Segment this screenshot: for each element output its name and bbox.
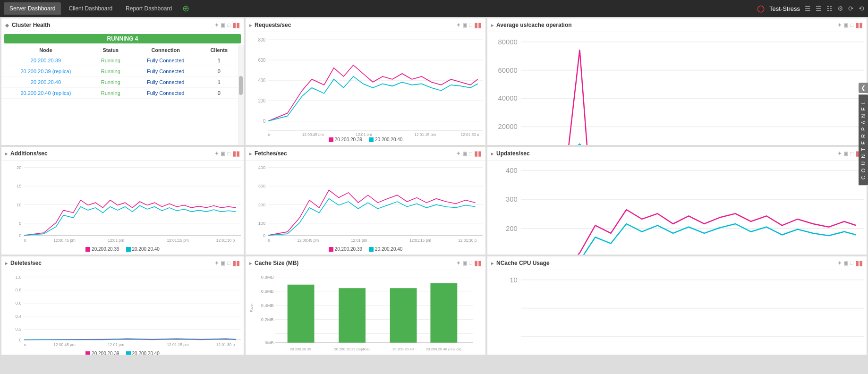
refresh-icon[interactable]: ⟳ [848,5,854,12]
additions-sec-header: ▸ Additions/sec ✦ ▣ □ ▮▮ [1,147,244,161]
cache-size-title: Cache Size (MB) [255,260,298,266]
svg-text:12:01 pm: 12:01 pm [351,238,367,243]
expand-icon-5[interactable]: ▣ [462,151,467,157]
node-connection: Fully Connected [131,55,200,66]
counter-panel-label[interactable]: C O U N T E R P A N E L [859,94,868,185]
pause-icon-8[interactable]: ▮▮ [474,259,482,267]
pause-icon-4[interactable]: ▮▮ [232,150,240,157]
node-clients: 0 [200,88,238,99]
svg-text:1.0: 1.0 [15,274,21,280]
chart-icon: ▸ [249,23,252,28]
svg-text:0: 0 [263,232,265,238]
ncache-cpu-title: NCache CPU Usage [496,260,550,266]
tab-server-dashboard[interactable]: Server Dashboard [4,2,61,15]
pin-icon-9[interactable]: ✦ [837,260,842,266]
app-logo-icon: ◯ [757,5,765,12]
ncache-cpu-header: ▸ NCache CPU Usage ✦ ▣ □ ▮▮ [487,256,867,270]
pin-icon-3[interactable]: ✦ [837,22,842,28]
requests-sec-panel: ▸ Requests/sec ✦ ▣ □ ▮▮ [245,18,486,145]
pause-icon-9[interactable]: ▮▮ [855,259,863,267]
fullscreen-icon-5[interactable]: □ [469,151,472,156]
table-row: 20.200.20.39 Running Fully Connected 1 [1,55,238,66]
fetches-sec-title: Fetches/sec [255,150,287,157]
svg-text:100: 100 [506,254,518,255]
deletes-sec-title: Deletes/sec [10,260,42,266]
pin-icon-2[interactable]: ✦ [456,22,460,28]
cluster-health-panel: ◆ Cluster Health ✦ ▣ □ ▮▮ RUNNING 4 Node… [1,18,244,145]
svg-text:12:01:15 pm: 12:01:15 pm [167,238,188,243]
expand-icon-9[interactable]: ▣ [843,260,848,266]
node-connection: Fully Connected [131,88,200,99]
menu-icon-3[interactable]: ☷ [826,5,833,12]
counter-panel-toggle[interactable]: ❮ [859,83,868,93]
updates-chart-area: 400 300 200 100 0 n 12:00:45 pm 12:01 pm… [487,161,867,255]
svg-text:0.4MB: 0.4MB [261,303,274,308]
svg-text:Size: Size [249,304,254,313]
svg-text:400: 400 [506,167,518,174]
expand-icon[interactable]: ▣ [221,22,225,28]
fetches-sec-header: ▸ Fetches/sec ✦ ▣ □ ▮▮ [246,147,485,161]
deletes-legend: 20.200.20.39 20.200.20.40 [4,350,241,355]
expand-icon-4[interactable]: ▣ [221,151,225,157]
panel-controls-5: ✦ ▣ □ ▮▮ [456,150,482,157]
node-clients: 1 [200,55,238,66]
svg-text:60000: 60000 [498,66,517,74]
pin-icon[interactable]: ✦ [214,22,219,28]
fullscreen-icon-7[interactable]: □ [227,260,230,266]
panel-controls: ✦ ▣ □ ▮▮ [214,21,240,29]
fullscreen-icon-6[interactable]: □ [850,151,853,156]
pause-icon-5[interactable]: ▮▮ [474,150,482,157]
fullscreen-icon-3[interactable]: □ [850,22,853,28]
svg-text:12:01 pm: 12:01 pm [108,238,124,243]
pause-icon-2[interactable]: ▮▮ [474,21,482,29]
fetches-sec-panel: ▸ Fetches/sec ✦ ▣ □ ▮▮ 400 300 200 [245,146,486,255]
node-name: 20.200.20.39 [1,55,90,66]
panel-controls-8: ✦ ▣ □ ▮▮ [456,259,482,267]
fetches-legend: 20.200.20.39 20.200.20.40 [248,246,483,253]
requests-legend: 20.200.20.39 20.200.20.40 [248,136,483,143]
settings-icon[interactable]: ⚙ [837,5,843,12]
node-status: Running [90,66,131,77]
ncache-cpu-chart: 10 0 n 12:00:45 pm 12:01 pm 12:01:15 pm … [490,272,864,355]
svg-text:800: 800 [258,37,266,42]
svg-text:0MB: 0MB [265,340,274,345]
pause-icon-7[interactable]: ▮▮ [232,259,240,267]
expand-icon-8[interactable]: ▣ [462,260,467,266]
pause-icon[interactable]: ▮▮ [232,21,240,29]
expand-icon-6[interactable]: ▣ [843,151,848,157]
expand-icon-2[interactable]: ▣ [462,22,467,28]
menu-icon-1[interactable]: ☰ [805,5,811,12]
ncache-cpu-chart-area: 10 0 n 12:00:45 pm 12:01 pm 12:01:15 pm … [487,270,867,355]
avg-cache-header: ▸ Average us/cache operation ✦ ▣ □ ▮▮ [487,18,867,32]
expand-icon-3[interactable]: ▣ [843,22,848,28]
svg-text:12:01:30 p: 12:01:30 p [216,342,235,347]
node-status: Running [90,88,131,99]
pin-icon-5[interactable]: ✦ [456,151,460,157]
pause-icon-3[interactable]: ▮▮ [855,21,863,29]
refresh-icon-2[interactable]: ⟲ [859,5,864,12]
fullscreen-icon-2[interactable]: □ [469,22,472,28]
tab-report-dashboard[interactable]: Report Dashboard [120,2,178,15]
panel-controls-2: ✦ ▣ □ ▮▮ [456,21,482,29]
pin-icon-7[interactable]: ✦ [214,260,219,266]
svg-text:0.8MB: 0.8MB [261,274,274,280]
chart-icon-6: ▸ [491,151,494,156]
pin-icon-4[interactable]: ✦ [214,151,219,157]
fullscreen-icon[interactable]: □ [227,22,230,28]
scrollbar[interactable] [238,45,244,145]
svg-text:12:01:30 p: 12:01:30 p [216,238,235,243]
fullscreen-icon-4[interactable]: □ [227,151,230,156]
fullscreen-icon-8[interactable]: □ [469,260,472,266]
fullscreen-icon-9[interactable]: □ [850,260,853,266]
pin-icon-6[interactable]: ✦ [837,151,842,157]
expand-icon-7[interactable]: ▣ [221,260,225,266]
topnav: Server Dashboard Client Dashboard Report… [0,0,868,17]
menu-icon-2[interactable]: ☰ [816,5,822,12]
tab-client-dashboard[interactable]: Client Dashboard [63,2,118,15]
node-connection: Fully Connected [131,77,200,88]
pin-icon-8[interactable]: ✦ [456,260,460,266]
col-clients: Clients [200,45,238,55]
add-dashboard-button[interactable]: ⊕ [179,3,192,14]
svg-text:12:00:45 pm: 12:00:45 pm [302,132,324,136]
deletes-chart-area: 1.0 0.8 0.6 0.4 0.2 0 n 12:00:45 pm 12:0… [1,270,244,355]
